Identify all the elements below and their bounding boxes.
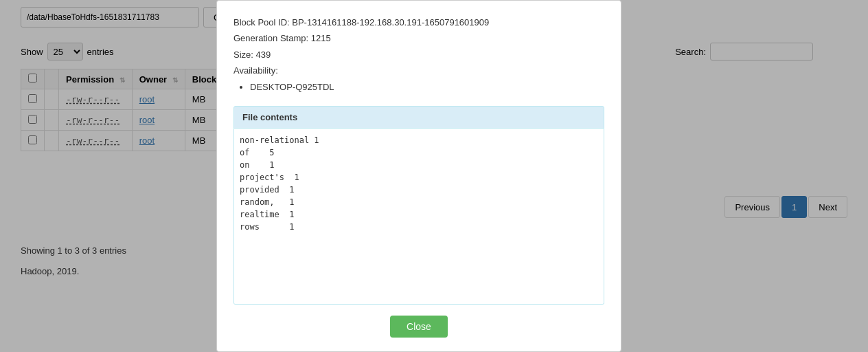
block-info: Block Pool ID: BP-1314161188-192.168.30.… — [233, 14, 604, 95]
close-button[interactable]: Close — [390, 316, 448, 338]
file-contents-section: File contents — [233, 106, 604, 305]
modal-footer: Close — [233, 316, 604, 338]
file-contents-textarea[interactable] — [234, 129, 604, 304]
block-pool-id: Block Pool ID: BP-1314161188-192.168.30.… — [233, 14, 604, 30]
generation-stamp: Generation Stamp: 1215 — [233, 30, 604, 46]
file-contents-header: File contents — [233, 106, 604, 129]
availability-label: Availability: — [233, 63, 604, 78]
modal-dialog: Block Pool ID: BP-1314161188-192.168.30.… — [216, 0, 621, 352]
availability-item: DESKTOP-Q925TDL — [250, 79, 604, 95]
size-info: Size: 439 — [233, 47, 604, 63]
availability-list: DESKTOP-Q925TDL — [250, 79, 604, 95]
file-contents-body — [233, 129, 604, 305]
